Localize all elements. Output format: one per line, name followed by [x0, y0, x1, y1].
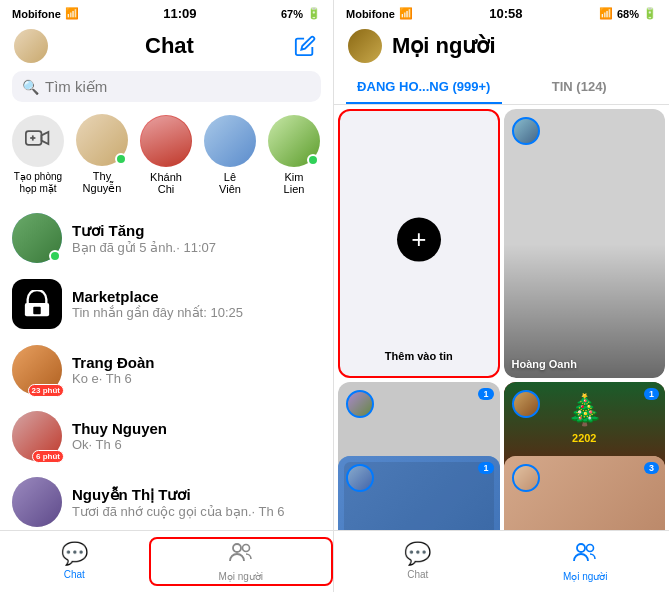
right-status-bar: Mobifone 📶 10:58 📶 68% 🔋	[334, 0, 669, 25]
trang-preview: Ko e· Th 6	[72, 371, 321, 386]
tuoi-preview: Bạn đã gửi 5 ảnh.· 11:07	[72, 240, 321, 255]
left-carrier: Mobifone	[12, 8, 61, 20]
thuy-content: Thuy Nguyen Ok· Th 6	[72, 420, 321, 452]
nguyen-thi-avatar	[12, 477, 62, 527]
left-status-right: 67% 🔋	[281, 7, 321, 20]
story-kim-lien[interactable]: KimLien	[268, 115, 320, 195]
nguyen-thi-content: Nguyễn Thị Tươi Tươi đã nhớ cuộc gọi của…	[72, 486, 321, 519]
kim-avatar	[268, 115, 320, 167]
left-profile-avatar[interactable]	[14, 29, 48, 63]
louis-avatar	[512, 390, 540, 418]
bottom-right-avatar	[512, 464, 540, 492]
bottom-right-badge: 3	[644, 462, 659, 474]
right-battery-icon: 🔋	[643, 7, 657, 20]
tab-dang-hong[interactable]: ĐANG HO...NG (999+)	[346, 71, 502, 104]
hoang-content: Hoàng Oanh	[504, 109, 666, 378]
create-room-button[interactable]	[12, 115, 64, 167]
left-status-bar: Mobifone 📶 11:09 67% 🔋	[0, 0, 333, 25]
thy-label: ThyNguyễn	[83, 170, 122, 195]
chat-nav-icon: 💬	[61, 541, 88, 567]
nav-people[interactable]: Mọi người	[149, 537, 334, 586]
trang-content: Trang Đoàn Ko e· Th 6	[72, 354, 321, 386]
svg-point-8	[587, 545, 594, 552]
stories-grid: + Thêm vào tin Hoàng Oanh 1 Minh Hoai Ph…	[334, 105, 669, 530]
right-status-left: Mobifone 📶	[346, 7, 413, 20]
left-page-title: Chat	[145, 33, 194, 59]
chat-list: Tươi Tăng Bạn đã gửi 5 ảnh.· 11:07 Marke…	[0, 205, 333, 530]
online-dot	[115, 153, 127, 165]
chat-trang-doan[interactable]: 23 phút Trang Đoàn Ko e· Th 6	[0, 337, 333, 403]
right-bottom-nav: 💬 Chat Mọi người	[334, 530, 669, 592]
story-bottom-left[interactable]: 📱 1	[338, 456, 500, 530]
right-chat-label: Chat	[407, 569, 428, 580]
story-create-room[interactable]: Tạo phònghọp mặt	[12, 115, 64, 195]
trang-badge: 23 phút	[28, 384, 64, 397]
stories-row: Tạo phònghọp mặt ThyNguyễn KhánhChi	[0, 110, 333, 205]
trang-avatar: 23 phút	[12, 345, 62, 395]
le-label: LêViên	[219, 171, 241, 195]
nguyen-thi-preview: Tươi đã nhớ cuộc gọi của bạn.· Th 6	[72, 504, 321, 519]
right-battery: 68%	[617, 8, 639, 20]
nguyen-thi-name: Nguyễn Thị Tươi	[72, 486, 321, 504]
bottom-left-badge: 1	[478, 462, 493, 474]
tuoi-content: Tươi Tăng Bạn đã gửi 5 ảnh.· 11:07	[72, 222, 321, 255]
right-nav-chat[interactable]: 💬 Chat	[334, 537, 502, 586]
search-input[interactable]	[45, 78, 311, 95]
right-carrier: Mobifone	[346, 8, 395, 20]
right-time: 10:58	[489, 6, 522, 21]
minh-avatar	[346, 390, 374, 418]
marketplace-name: Marketplace	[72, 288, 321, 305]
add-story-card[interactable]: + Thêm vào tin	[338, 109, 500, 378]
chat-nguyen-thi-tuoi[interactable]: Nguyễn Thị Tươi Tươi đã nhớ cuộc gọi của…	[0, 469, 333, 530]
chat-marketplace[interactable]: Marketplace Tin nhắn gần đây nhất: 10:25	[0, 271, 333, 337]
right-people-label: Mọi người	[563, 571, 608, 582]
bottom-right-content: 3	[504, 456, 666, 530]
tuoi-avatar	[12, 213, 62, 263]
people-nav-label: Mọi người	[218, 571, 263, 582]
tab-tin[interactable]: TIN (124)	[502, 71, 658, 104]
minh-badge: 1	[478, 388, 493, 400]
left-time: 11:09	[163, 6, 196, 21]
right-header: Mọi người	[334, 25, 669, 71]
chat-thuy-nguyen[interactable]: 6 phút Thuy Nguyen Ok· Th 6	[0, 403, 333, 469]
edit-icon[interactable]	[291, 32, 319, 60]
right-nav-people[interactable]: Mọi người	[502, 537, 670, 586]
hoang-label: Hoàng Oanh	[512, 358, 577, 370]
story-khanh-chi[interactable]: KhánhChi	[140, 115, 192, 195]
nav-chat[interactable]: 💬 Chat	[0, 537, 149, 586]
left-panel: Mobifone 📶 11:09 67% 🔋 Chat 🔍	[0, 0, 334, 592]
khanh-label: KhánhChi	[150, 171, 182, 195]
tuoi-name: Tươi Tăng	[72, 222, 321, 240]
left-battery-icon: 🔋	[307, 7, 321, 20]
chat-nav-label: Chat	[64, 569, 85, 580]
trang-name: Trang Đoàn	[72, 354, 321, 371]
right-page-title: Mọi người	[392, 33, 655, 59]
tuoi-online-dot	[49, 250, 61, 262]
hoang-avatar	[512, 117, 540, 145]
thuy-name: Thuy Nguyen	[72, 420, 321, 437]
left-bottom-nav: 💬 Chat Mọi người	[0, 530, 333, 592]
right-chat-icon: 💬	[404, 541, 431, 567]
right-tabs: ĐANG HO...NG (999+) TIN (124)	[334, 71, 669, 105]
svg-rect-4	[33, 307, 40, 314]
louis-badge: 1	[644, 388, 659, 400]
left-header: Chat	[0, 25, 333, 71]
right-people-icon	[573, 541, 597, 569]
marketplace-avatar	[12, 279, 62, 329]
story-bottom-right[interactable]: 3	[504, 456, 666, 530]
story-thy-nguyen[interactable]: ThyNguyễn	[76, 114, 128, 195]
kim-online-dot	[307, 154, 319, 166]
thy-avatar	[76, 114, 128, 166]
right-profile-avatar[interactable]	[348, 29, 382, 63]
left-wifi-icon: 📶	[65, 7, 79, 20]
search-bar[interactable]: 🔍	[12, 71, 321, 102]
story-le-vien[interactable]: LêViên	[204, 115, 256, 195]
thuy-preview: Ok· Th 6	[72, 437, 321, 452]
bottom-left-content: 📱 1	[338, 456, 500, 530]
add-story-button[interactable]: +	[397, 217, 441, 261]
chat-tuoi-tang[interactable]: Tươi Tăng Bạn đã gửi 5 ảnh.· 11:07	[0, 205, 333, 271]
thuy-avatar: 6 phút	[12, 411, 62, 461]
video-plus-icon	[25, 128, 51, 154]
story-hoang-oanh[interactable]: Hoàng Oanh	[504, 109, 666, 378]
kim-label: KimLien	[284, 171, 305, 195]
